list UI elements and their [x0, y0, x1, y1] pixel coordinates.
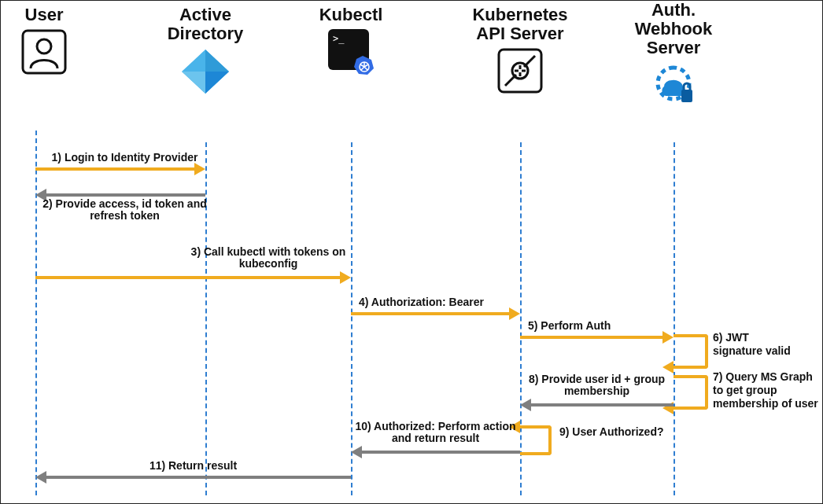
step-7-label: 7) Query MS Graph to get group membershi… — [713, 370, 818, 410]
svg-text:>_: >_ — [333, 33, 345, 44]
step-10-label: 10) Authorized: Perform action and retur… — [351, 421, 520, 445]
participant-api-title: Kubernetes API Server — [469, 6, 571, 43]
step-9-loop — [520, 425, 552, 455]
svg-rect-23 — [681, 90, 692, 102]
step-3-label: 3) Call kubectl with tokens on kubeconfi… — [174, 246, 363, 270]
step-5-label: 5) Perform Auth — [528, 320, 674, 332]
participant-kubectl-title: Kubectl — [312, 6, 390, 24]
step-6-label: 6) JWT signature valid — [713, 331, 791, 358]
kubectl-icon: >_ — [328, 29, 374, 78]
participant-user-title: User — [13, 6, 76, 24]
step-7-loop — [674, 375, 708, 410]
lifeline-ad — [205, 142, 207, 495]
participant-api: Kubernetes API Server — [469, 6, 571, 97]
svg-marker-5 — [182, 72, 205, 94]
step-6-loop — [674, 334, 708, 369]
svg-marker-4 — [205, 72, 229, 94]
participant-ad: Active Directory — [162, 6, 249, 98]
lifeline-user — [35, 131, 37, 495]
participant-webhook: Auth. Webhook Server — [630, 1, 717, 110]
svg-rect-0 — [23, 31, 65, 73]
step-9-label: 9) User Authorized? — [559, 425, 670, 439]
participant-webhook-title: Auth. Webhook Server — [630, 1, 717, 58]
step-4-label: 4) Authorization: Bearer — [359, 296, 520, 308]
participant-ad-title: Active Directory — [162, 6, 249, 43]
api-server-icon — [497, 48, 543, 97]
step-11-label: 11) Return result — [35, 460, 351, 472]
lifeline-webhook — [674, 142, 675, 495]
svg-point-1 — [37, 39, 51, 53]
participant-kubectl: Kubectl >_ — [312, 6, 390, 78]
user-icon — [21, 29, 67, 78]
participant-user: User — [13, 6, 76, 78]
step-2-label: 2) Provide access, id token and refresh … — [36, 198, 213, 223]
sequence-diagram: User Active Directory Kubectl >_ — [0, 0, 823, 504]
webhook-server-icon — [650, 63, 697, 110]
active-directory-icon — [180, 48, 231, 98]
step-8-label: 8) Provide user id + group membership — [520, 373, 674, 398]
svg-marker-3 — [205, 50, 229, 72]
step-1-label: 1) Login to Identity Provider — [44, 152, 205, 164]
